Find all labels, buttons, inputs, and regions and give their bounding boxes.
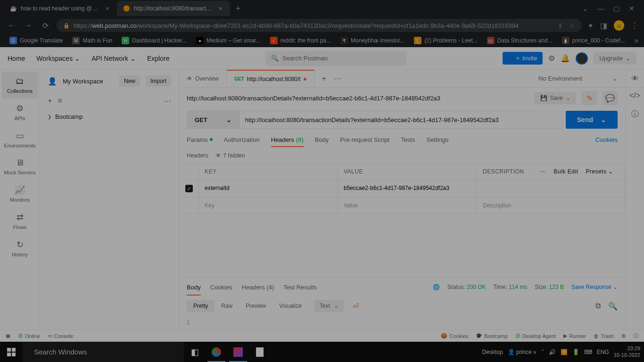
upgrade-button[interactable]: Upgrade⌄ (594, 52, 636, 65)
hidden-headers-toggle[interactable]: 👁7 hidden (215, 152, 245, 159)
notifications-icon[interactable]: 🔔 (561, 54, 570, 63)
save-button[interactable]: 💾Save⌄ (535, 92, 576, 104)
settings-icon[interactable]: ⚙ (548, 54, 555, 63)
language-indicator[interactable]: ENG (597, 349, 609, 355)
view-visualize[interactable]: Visualize (272, 300, 308, 312)
resp-tab-body[interactable]: Body (187, 279, 201, 296)
view-pretty[interactable]: Pretty (187, 300, 215, 312)
bookmark-moneybhai[interactable]: ₹Moneybhai Investor... (337, 35, 408, 46)
nav-home[interactable]: Home (8, 55, 25, 62)
environment-select[interactable]: No Environment⌄ (531, 70, 625, 87)
edit-icon[interactable]: ✎ (582, 91, 597, 105)
minimize-icon[interactable]: ― (597, 5, 604, 12)
sidepanel-icon[interactable]: ◨ (600, 21, 607, 30)
send-button[interactable]: Send⌄ (566, 111, 618, 129)
nav-explore[interactable]: Explore (147, 55, 169, 62)
star-icon[interactable]: ☆ (570, 22, 575, 29)
chrome-icon[interactable] (206, 342, 227, 362)
header-desc-input[interactable] (477, 180, 625, 197)
header-value-input[interactable]: b5eccae2-b6c1-4d17-987e-1849542df2a3 (338, 180, 477, 197)
bookmark-medium[interactable]: ●Medium – Get smar... (192, 35, 264, 46)
new-button[interactable]: New (119, 75, 140, 87)
view-preview[interactable]: Preview (239, 300, 272, 312)
sidebar-environments[interactable]: ▭Environments (2, 126, 38, 153)
bulk-edit-link[interactable]: Bulk Edit (554, 168, 578, 175)
console-button[interactable]: ▭ Console (48, 333, 73, 339)
invite-button[interactable]: 👤+Invite (503, 52, 543, 65)
task-view-icon[interactable]: ◧ (184, 342, 206, 362)
sidebar-mock-servers[interactable]: 🖥Mock Servers (2, 153, 38, 180)
panel-icon[interactable]: ▣ (6, 333, 10, 339)
tab-settings[interactable]: Settings (426, 132, 448, 147)
bookmark-leetcode[interactable]: L(2) Problems - Leet... (410, 35, 481, 46)
avatar[interactable] (576, 52, 588, 65)
nav-api-network[interactable]: API Network ⌄ (91, 55, 136, 62)
copy-icon[interactable]: ⧉ (595, 302, 601, 311)
wifi-icon[interactable]: 🛜 (561, 349, 568, 355)
close-icon[interactable]: ✕ (629, 5, 635, 12)
sidebar-history[interactable]: ↻History (2, 235, 38, 262)
sidebar-collections[interactable]: 🗂Collections (2, 72, 38, 99)
intellij-icon[interactable] (227, 342, 249, 362)
clock[interactable]: 23:29 10-10-2022 (614, 346, 640, 358)
cookies-link[interactable]: Cookies (595, 136, 618, 143)
more-icon[interactable]: ⋯ (164, 97, 171, 106)
header-key-input[interactable]: externalId (199, 180, 338, 197)
bookmark-math-is-fun[interactable]: MMath is Fun (68, 35, 116, 46)
wrap-lines-icon[interactable]: ⏎ (348, 299, 363, 313)
online-status[interactable]: ⦿Online (18, 333, 40, 339)
tab-headers[interactable]: Headers (8) (271, 132, 304, 147)
info-icon[interactable]: ⓘ (631, 109, 639, 119)
sidebar-flows[interactable]: ⇄Flows (2, 207, 38, 235)
tab-prerequest[interactable]: Pre-request Script (340, 132, 389, 147)
desktop-label[interactable]: Desktop (482, 349, 503, 355)
resp-tab-headers[interactable]: Headers (4) (242, 279, 274, 296)
collection-bootcamp[interactable]: ❯ Bootcamp (40, 109, 179, 124)
more-icon[interactable]: ⋯ (540, 168, 546, 175)
comment-icon[interactable]: 💬 (603, 91, 618, 105)
maximize-icon[interactable]: ▢ (613, 5, 619, 12)
forward-button[interactable]: → (23, 21, 34, 30)
response-body[interactable]: 1 (179, 315, 625, 329)
bookmark-datastructures[interactable]: ccData Structures and... (483, 35, 556, 46)
tab-request[interactable]: GEThttp://localhost:8080/t (227, 70, 314, 87)
save-response-button[interactable]: Save Response ⌄ (571, 284, 618, 290)
resp-tab-tests[interactable]: Test Results (283, 279, 317, 296)
close-icon[interactable]: × (217, 5, 224, 12)
tab-overview[interactable]: 👁Overview (179, 70, 227, 87)
footer-layout-icon[interactable]: ⊞ (621, 332, 626, 339)
footer-trash[interactable]: 🗑 Trash (594, 332, 614, 339)
url-input[interactable]: 🔒 https://web.postman.co/workspace/My-Wo… (57, 19, 582, 32)
footer-bootcamp[interactable]: 🎓 Bootcamp (476, 332, 508, 339)
back-button[interactable]: ← (6, 21, 17, 30)
filter-icon[interactable]: ≡ (58, 97, 62, 105)
url-field[interactable]: http://localhost:8080/transactionDetails… (239, 111, 562, 129)
presets-select[interactable]: Presets ⌄ (586, 168, 613, 175)
close-icon[interactable]: × (104, 5, 111, 12)
browser-tab-1[interactable]: ☕ how to read header using @Req... × (4, 1, 117, 16)
header-key-input[interactable]: Key (199, 197, 338, 214)
sidebar-apis[interactable]: ⚙APIs (2, 99, 38, 126)
import-button[interactable]: Import (146, 75, 171, 87)
tab-authorization[interactable]: Authorization (224, 132, 260, 147)
windows-search[interactable]: Search Windows (23, 342, 184, 362)
footer-help-icon[interactable]: ⓘ (633, 332, 638, 339)
battery-icon[interactable]: 🔋 (572, 349, 579, 355)
bookmark-hackerrank[interactable]: HDashboard | Hacker... (118, 35, 190, 46)
browser-tab-2[interactable]: 🟠 http://localhost:8080/transaction... × (117, 1, 230, 16)
globe-icon[interactable]: 🌐 (433, 284, 440, 290)
env-quick-look-icon[interactable]: 👁 (625, 70, 644, 87)
user-label[interactable]: 👤 prince » (508, 349, 537, 355)
row-checkbox[interactable]: ✓ (185, 185, 193, 192)
profile-icon[interactable]: 😃 (614, 20, 624, 31)
tab-body[interactable]: Body (315, 132, 329, 147)
add-tab-icon[interactable]: + (322, 74, 326, 83)
menu-icon[interactable]: ⋮ (631, 21, 638, 30)
resp-tab-cookies[interactable]: Cookies (210, 279, 232, 296)
volume-icon[interactable]: 🔊 (549, 349, 556, 355)
bookmark-codechef[interactable]: ▮prince_000 - Codef... (558, 35, 629, 46)
search-icon[interactable]: 🔍 (608, 302, 618, 311)
header-desc-input[interactable]: Description (477, 197, 625, 214)
keyboard-icon[interactable]: ⌨ (584, 349, 592, 355)
file-icon[interactable] (249, 342, 271, 362)
